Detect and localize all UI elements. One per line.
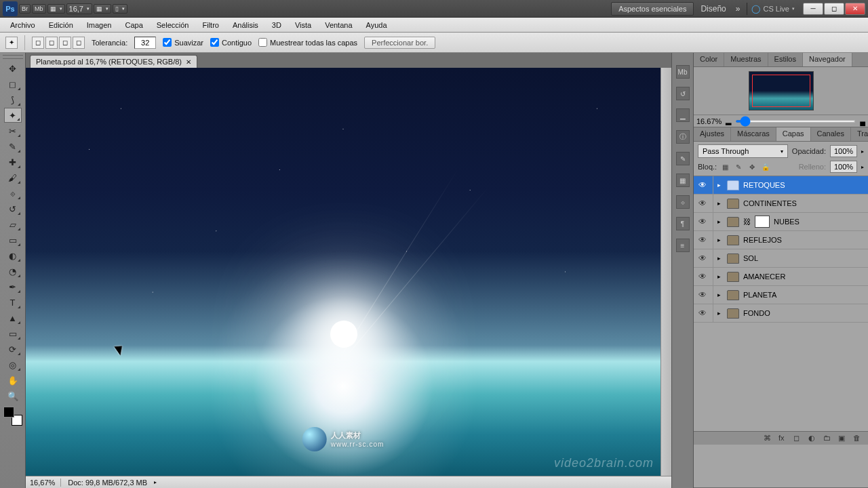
adjustment-layer-icon[interactable]: ◐ bbox=[808, 434, 819, 443]
tab-trazados[interactable]: Trazad bbox=[851, 127, 868, 141]
navigator-zoom-value[interactable]: 16.67% bbox=[696, 117, 722, 125]
expand-group-icon[interactable]: ▸ bbox=[717, 218, 723, 225]
history-panel-icon[interactable]: ↺ bbox=[676, 87, 690, 100]
eyedropper-tool[interactable]: ✎ bbox=[4, 139, 22, 154]
layer-name[interactable]: AMANECER bbox=[743, 272, 865, 281]
workspace-essential-button[interactable]: Aspectos esenciales bbox=[611, 2, 694, 16]
navigator-thumbnail[interactable] bbox=[749, 71, 814, 110]
expand-group-icon[interactable]: ▸ bbox=[717, 273, 723, 280]
clone-panel-icon[interactable]: ⟐ bbox=[676, 195, 690, 209]
zoom-level-dropdown[interactable]: 16,7 bbox=[66, 3, 92, 14]
visibility-icon[interactable]: 👁 bbox=[696, 235, 709, 245]
3d-camera-tool[interactable]: ◎ bbox=[4, 357, 22, 372]
menu-edicion[interactable]: Edición bbox=[43, 20, 79, 30]
blend-mode-dropdown[interactable]: Pass Through bbox=[698, 144, 788, 158]
tolerance-input[interactable] bbox=[134, 37, 156, 49]
layer-row[interactable]: 👁▸REFLEJOS bbox=[694, 231, 868, 249]
info-panel-icon[interactable]: ⓘ bbox=[676, 130, 690, 144]
menu-analisis[interactable]: Análisis bbox=[226, 20, 264, 30]
link-layers-icon[interactable]: ⌘ bbox=[764, 434, 774, 443]
navigator-zoom-slider[interactable] bbox=[735, 120, 856, 123]
opacity-value[interactable]: 100% bbox=[830, 145, 857, 157]
layer-row[interactable]: 👁▸RETOQUES bbox=[694, 176, 868, 195]
layer-name[interactable]: PLANETA bbox=[743, 291, 865, 299]
screen-mode-button[interactable]: ▦ bbox=[94, 4, 111, 14]
layer-name[interactable]: CONTINENTES bbox=[743, 199, 865, 207]
link-mask-icon[interactable]: ⛓ bbox=[743, 218, 751, 226]
menu-imagen[interactable]: Imagen bbox=[81, 20, 118, 30]
blur-tool[interactable]: ◐ bbox=[4, 248, 22, 263]
new-group-icon[interactable]: 🗀 bbox=[823, 434, 834, 443]
workspace-other-label[interactable]: Diseño bbox=[698, 4, 728, 14]
tab-navegador[interactable]: Navegador bbox=[803, 53, 852, 66]
add-selection-icon[interactable]: ◻ bbox=[45, 37, 58, 49]
fill-value[interactable]: 100% bbox=[830, 161, 857, 173]
canvas[interactable]: 人人素材 www.rr-sc.com video2brain.com bbox=[26, 68, 660, 476]
layer-row[interactable]: 👁▸AMANECER bbox=[694, 268, 868, 286]
minimize-window-button[interactable]: ─ bbox=[803, 3, 823, 15]
toolbox-grip-icon[interactable] bbox=[3, 55, 23, 59]
layer-row[interactable]: 👁▸PLANETA bbox=[694, 286, 868, 304]
swatches-panel-icon[interactable]: ▦ bbox=[676, 174, 690, 187]
status-zoom[interactable]: 16,67% bbox=[30, 479, 61, 487]
expand-group-icon[interactable]: ▸ bbox=[717, 237, 723, 243]
layer-name[interactable]: NUBES bbox=[774, 218, 865, 226]
view-options-button[interactable]: ▦ bbox=[47, 4, 65, 14]
lock-all-icon[interactable]: 🔒 bbox=[760, 161, 771, 172]
layer-row[interactable]: 👁▸CONTINENTES bbox=[694, 195, 868, 213]
delete-layer-icon[interactable]: 🗑 bbox=[853, 434, 864, 443]
brush-panel-icon[interactable]: ✎ bbox=[676, 152, 690, 165]
layer-name[interactable]: FONDO bbox=[743, 309, 865, 317]
zoom-tool[interactable]: 🔍 bbox=[4, 388, 22, 403]
tab-muestras[interactable]: Muestras bbox=[724, 53, 768, 66]
close-tab-icon[interactable]: ✕ bbox=[186, 58, 191, 66]
paragraph-panel-icon[interactable]: ≡ bbox=[676, 239, 690, 252]
close-window-button[interactable]: ✕ bbox=[845, 3, 865, 15]
expand-group-icon[interactable]: ▸ bbox=[717, 255, 723, 262]
pen-tool[interactable]: ✒ bbox=[4, 279, 22, 294]
layer-row[interactable]: 👁▸FONDO bbox=[694, 304, 868, 323]
visibility-icon[interactable]: 👁 bbox=[696, 290, 709, 300]
menu-ayuda[interactable]: Ayuda bbox=[360, 20, 393, 30]
tab-color[interactable]: Color bbox=[694, 53, 724, 66]
menu-capa[interactable]: Capa bbox=[119, 20, 149, 30]
lock-transparent-icon[interactable]: ▦ bbox=[719, 161, 730, 172]
sample-all-checkbox[interactable]: Muestrear todas las capas bbox=[258, 38, 357, 47]
refine-edge-button[interactable]: Perfeccionar bor. bbox=[364, 37, 435, 49]
zoom-out-icon[interactable]: ▂ bbox=[726, 117, 731, 125]
expand-group-icon[interactable]: ▸ bbox=[717, 291, 723, 298]
lock-position-icon[interactable]: ✥ bbox=[747, 161, 757, 172]
status-flyout-icon[interactable]: ▸ bbox=[154, 479, 157, 485]
foreground-color-swatch[interactable] bbox=[3, 407, 14, 418]
lock-pixels-icon[interactable]: ✎ bbox=[733, 161, 744, 172]
hand-tool[interactable]: ✋ bbox=[4, 373, 22, 388]
type-tool[interactable]: T bbox=[4, 295, 22, 310]
layer-mask-thumb[interactable] bbox=[755, 216, 770, 228]
visibility-icon[interactable]: 👁 bbox=[696, 217, 709, 226]
expand-group-icon[interactable]: ▸ bbox=[717, 200, 723, 207]
tab-mascaras[interactable]: Máscaras bbox=[731, 127, 776, 141]
menu-3d[interactable]: 3D bbox=[266, 20, 288, 30]
tab-ajustes[interactable]: Ajustes bbox=[694, 127, 731, 141]
expand-group-icon[interactable]: ▸ bbox=[717, 182, 723, 188]
character-panel-icon[interactable]: ¶ bbox=[676, 217, 690, 230]
layer-name[interactable]: REFLEJOS bbox=[743, 236, 865, 244]
bridge-button[interactable]: Br bbox=[19, 4, 31, 14]
new-selection-icon[interactable]: ◻ bbox=[32, 37, 44, 49]
contiguous-checkbox[interactable]: Contiguo bbox=[210, 38, 252, 47]
subtract-selection-icon[interactable]: ◻ bbox=[59, 37, 71, 49]
navigator-view-box[interactable] bbox=[752, 75, 810, 107]
menu-archivo[interactable]: Archivo bbox=[4, 20, 41, 30]
workspace-more-icon[interactable]: » bbox=[733, 4, 743, 14]
visibility-icon[interactable]: 👁 bbox=[696, 308, 709, 318]
arrange-button[interactable]: ▯ bbox=[113, 4, 127, 14]
gradient-tool[interactable]: ▭ bbox=[4, 232, 22, 247]
marquee-tool[interactable]: ◻ bbox=[4, 77, 22, 92]
intersect-selection-icon[interactable]: ◻ bbox=[73, 37, 85, 49]
shape-tool[interactable]: ▭ bbox=[4, 326, 22, 341]
document-tab[interactable]: Planeta.psd al 16,7% (RETOQUES, RGB/8) ✕ bbox=[30, 55, 197, 68]
vertical-scrollbar[interactable] bbox=[660, 68, 671, 476]
maximize-window-button[interactable]: ◻ bbox=[824, 3, 844, 15]
layer-style-icon[interactable]: fx bbox=[778, 434, 789, 443]
layers-empty-area[interactable] bbox=[694, 323, 868, 431]
